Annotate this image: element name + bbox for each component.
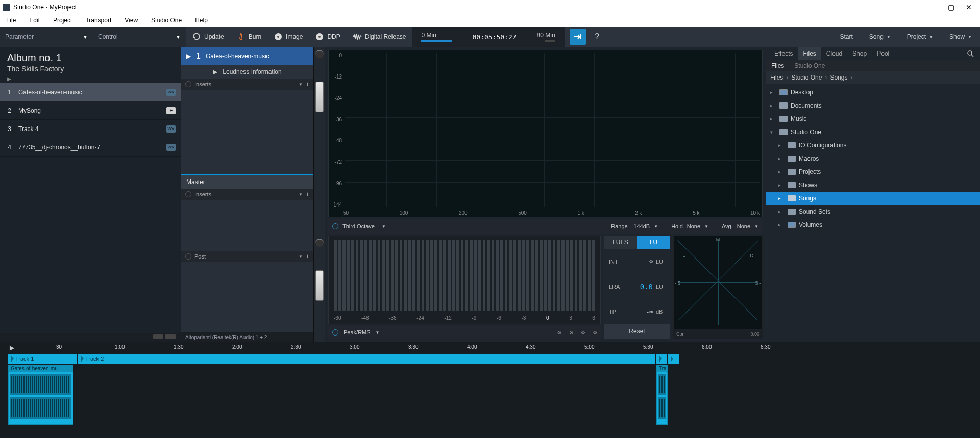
tab-cloud[interactable]: Cloud (821, 47, 847, 60)
track-row[interactable]: 1 Gates-of-heaven-music WV (0, 83, 181, 101)
image-button[interactable]: Image (267, 27, 309, 47)
chevron-down-icon[interactable]: ▼ (376, 330, 380, 335)
post-slot-area[interactable] (181, 262, 313, 332)
tree-item[interactable]: ▸Sound Sets (766, 205, 980, 218)
song-view-button[interactable]: Song▼ (861, 27, 899, 47)
segment-marker[interactable]: Track 1 (8, 354, 77, 364)
post-header[interactable]: Post ▼ + (181, 251, 313, 262)
lufs-tab[interactable]: LUFS (604, 236, 637, 249)
chevron-down-icon[interactable]: ▼ (382, 224, 386, 229)
segment-marker[interactable] (656, 354, 667, 364)
start-view-button[interactable]: Start (831, 27, 861, 47)
expand-icon[interactable]: ▸ (778, 222, 785, 227)
master-header[interactable]: Master (181, 175, 313, 189)
publish-button[interactable] (570, 29, 586, 45)
expand-icon[interactable]: ▸ (778, 169, 785, 174)
audio-clip[interactable]: Gates-of-heaven-mu (8, 365, 74, 425)
power-icon[interactable] (332, 223, 338, 229)
spectrum-mode-select[interactable]: Third Octave (342, 223, 378, 229)
playhead-icon[interactable]: |▶ (8, 344, 14, 351)
expand-icon[interactable]: ▸ (778, 209, 785, 214)
tree-item[interactable]: ▸Shows (766, 178, 980, 192)
show-view-button[interactable]: Show▼ (941, 27, 980, 47)
power-icon[interactable] (185, 191, 191, 197)
subtab-files[interactable]: Files (766, 60, 789, 71)
expand-icon[interactable]: ▸ (778, 156, 785, 161)
tab-pool[interactable]: Pool (872, 47, 894, 60)
segment-header-row[interactable]: Track 1Track 2 (0, 354, 980, 364)
track-row[interactable]: 2 MySong ➤ (0, 101, 181, 120)
chevron-down-icon[interactable]: ▼ (654, 224, 658, 229)
tree-item[interactable]: ▸Projects (766, 165, 980, 178)
master-inserts-header[interactable]: Inserts ▼ + (181, 189, 313, 200)
tree-item[interactable]: ▸Macros (766, 152, 980, 165)
menu-edit[interactable]: Edit (27, 16, 42, 25)
play-icon[interactable]: ▶ (7, 76, 11, 82)
lu-tab[interactable]: LU (637, 236, 670, 249)
tab-shop[interactable]: Shop (847, 47, 872, 60)
power-icon[interactable] (185, 81, 191, 87)
segment-marker[interactable]: Track 2 (78, 354, 655, 364)
tree-item[interactable]: ▸IO Configurations (766, 139, 980, 152)
expand-icon[interactable]: ▸ (770, 116, 776, 121)
level-meter[interactable]: -60 -48 -36 -24 -12 -9 -6 -3 0 3 6 (328, 236, 601, 324)
loudness-info-header[interactable]: ▶ Loudness Information (181, 65, 313, 79)
window-minimize-button[interactable]: — (929, 3, 937, 11)
tree-item[interactable]: ▸Documents (766, 99, 980, 112)
inserts-header[interactable]: Inserts ▼ + (181, 79, 313, 90)
volume-fader[interactable] (315, 82, 324, 112)
breadcrumb-item[interactable]: Songs (830, 74, 847, 81)
range-select[interactable]: -144dB (632, 223, 650, 229)
add-insert-button[interactable]: + (306, 191, 309, 198)
album-title[interactable]: Album no. 1 (7, 52, 174, 64)
spectrum-analyzer[interactable]: 0 -12 -24 -36 -48 -72 -96 -144 50 100 20… (328, 50, 763, 217)
window-close-button[interactable]: ✕ (966, 3, 972, 11)
tree-item[interactable]: ▸Music (766, 112, 980, 125)
expand-icon[interactable]: ▸ (778, 196, 785, 201)
help-button[interactable]: ? (589, 32, 605, 41)
update-button[interactable]: Update (186, 27, 230, 47)
chevron-down-icon[interactable]: ▼ (754, 224, 758, 229)
track-row[interactable]: 3 Track 4 WV (0, 120, 181, 138)
chevron-down-icon[interactable]: ▼ (299, 254, 303, 259)
power-icon[interactable] (332, 329, 338, 336)
pan-knob[interactable] (315, 50, 324, 58)
expand-icon[interactable]: ▸ (778, 143, 785, 148)
project-view-button[interactable]: Project▼ (899, 27, 941, 47)
view-toggle[interactable] (153, 334, 163, 339)
audio-clip[interactable]: Tra (656, 365, 668, 425)
selected-track-header[interactable]: ▶ 1 Gates-of-heaven-music (181, 47, 313, 65)
subtab-studio-one[interactable]: Studio One (789, 60, 830, 71)
view-toggle[interactable] (165, 334, 176, 339)
parameter-panel[interactable]: Parameter ▼ (0, 27, 93, 47)
chevron-down-icon[interactable]: ▼ (299, 82, 303, 87)
expand-icon[interactable]: ▸ (770, 103, 776, 108)
chevron-down-icon[interactable]: ▼ (704, 224, 708, 229)
menu-transport[interactable]: Transport (83, 16, 113, 25)
burn-button[interactable]: Burn (230, 27, 267, 47)
time-progress-start[interactable] (421, 40, 452, 42)
menu-project[interactable]: Project (51, 16, 74, 25)
tab-effects[interactable]: Effects (769, 47, 798, 60)
digital-release-button[interactable]: Digital Release (347, 27, 412, 47)
expand-icon[interactable]: ▸ (778, 183, 785, 188)
tree-item[interactable]: ▾Studio One (766, 125, 980, 139)
add-insert-button[interactable]: + (306, 81, 309, 88)
time-ruler[interactable]: |▶ 301:001:302:002:303:003:304:004:305:0… (0, 342, 980, 354)
output-device-label[interactable]: Altoparlanti (Realtek(R) Audio) 1 + 2 (181, 332, 313, 342)
tab-files[interactable]: Files (798, 47, 821, 60)
breadcrumb-item[interactable]: Studio One (791, 74, 822, 81)
menu-view[interactable]: View (122, 16, 140, 25)
timecode[interactable]: 00:05:50:27 (472, 33, 516, 41)
master-pan-knob[interactable] (315, 239, 324, 247)
expand-icon[interactable]: ▸ (770, 90, 776, 95)
tree-item[interactable]: ▸Desktop (766, 86, 980, 99)
clip-lane[interactable]: Gates-of-heaven-muTra (0, 364, 980, 430)
tree-item[interactable]: ▸Volumes (766, 218, 980, 231)
hold-select[interactable]: None (687, 223, 700, 229)
master-volume-fader[interactable] (315, 270, 324, 301)
master-inserts-slot[interactable] (181, 200, 313, 251)
window-maximize-button[interactable]: ▢ (948, 3, 954, 11)
meter-mode-select[interactable]: Peak/RMS (344, 329, 371, 336)
phase-scope[interactable]: M L R - S S - (673, 236, 763, 329)
